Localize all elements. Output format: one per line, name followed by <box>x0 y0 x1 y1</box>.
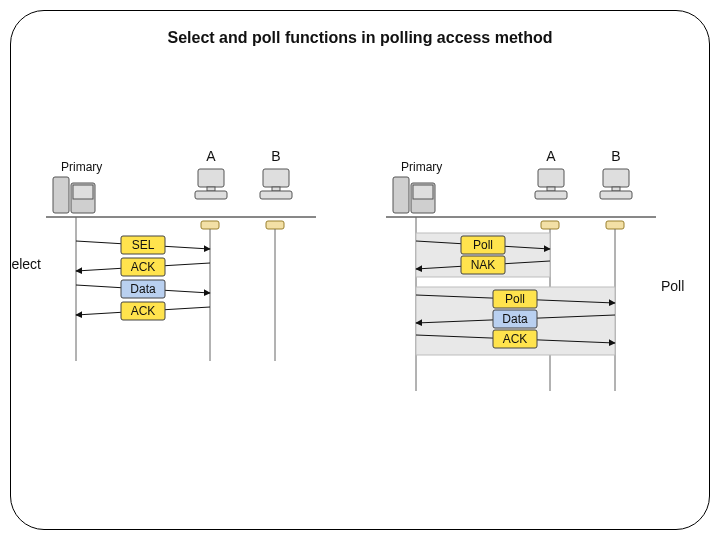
left-panel: Primary A B SEL <box>11 148 316 361</box>
primary-icon <box>53 177 95 213</box>
msg-ack-b: ACK <box>493 330 537 348</box>
svg-text:ACK: ACK <box>131 304 156 318</box>
msg-poll-a: Poll <box>461 236 505 254</box>
svg-text:Poll: Poll <box>473 238 493 252</box>
svg-text:Data: Data <box>502 312 528 326</box>
svg-text:ACK: ACK <box>131 260 156 274</box>
left-caption: Select <box>11 256 41 272</box>
msg-nak: NAK <box>461 256 505 274</box>
primary-label: Primary <box>61 160 102 174</box>
diagram-svg: Primary A B SEL <box>11 11 710 530</box>
svg-text:Poll: Poll <box>505 292 525 306</box>
station-b-icon <box>260 169 292 199</box>
primary-label: Primary <box>401 160 442 174</box>
primary-icon <box>393 177 435 213</box>
msg-ack2: ACK <box>121 302 165 320</box>
slide-frame: Select and poll functions in polling acc… <box>10 10 710 530</box>
svg-text:ACK: ACK <box>503 332 528 346</box>
station-a-icon <box>535 169 567 199</box>
svg-text:SEL: SEL <box>132 238 155 252</box>
station-b-label: B <box>611 148 620 164</box>
station-a-label: A <box>546 148 556 164</box>
svg-text:NAK: NAK <box>471 258 496 272</box>
msg-poll-b: Poll <box>493 290 537 308</box>
node-b <box>606 221 624 229</box>
right-panel: Primary A B Poll <box>386 148 684 391</box>
node-a <box>541 221 559 229</box>
left-msgs: SEL ACK Data ACK <box>76 236 210 320</box>
right-caption: Poll <box>661 278 684 294</box>
msg-data: Data <box>121 280 165 298</box>
msg-ack1: ACK <box>121 258 165 276</box>
svg-text:Data: Data <box>130 282 156 296</box>
station-b-icon <box>600 169 632 199</box>
node-b <box>266 221 284 229</box>
msg-data-b: Data <box>493 310 537 328</box>
node-a <box>201 221 219 229</box>
station-a-label: A <box>206 148 216 164</box>
station-b-label: B <box>271 148 280 164</box>
msg-sel: SEL <box>121 236 165 254</box>
station-a-icon <box>195 169 227 199</box>
